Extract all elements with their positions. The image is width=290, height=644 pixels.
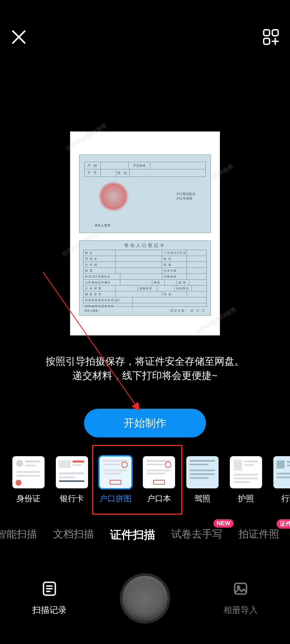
- field-cell: 宗教信仰: [162, 274, 187, 279]
- doc-type-bankcard[interactable]: 银行卡: [56, 456, 88, 504]
- svg-rect-4: [264, 38, 270, 44]
- mode-tab-smart[interactable]: 智能扫描: [0, 527, 37, 542]
- field-cell: 民 族: [162, 262, 187, 268]
- field-cell: [115, 250, 162, 256]
- field-cell: [133, 303, 206, 309]
- field-cell: 文 化 程 度: [84, 286, 115, 291]
- field-cell: [133, 297, 206, 303]
- field-cell: [187, 268, 206, 273]
- field-cell: [192, 286, 206, 291]
- gallery-icon: [233, 581, 249, 598]
- field-cell: 职 业: [162, 291, 187, 297]
- field-label: 户主姓名: [129, 162, 150, 169]
- field-cell: 公民身份证件编号: [84, 280, 120, 285]
- mode-tab-doc[interactable]: 文档扫描: [53, 527, 94, 542]
- field-cell: [115, 262, 162, 268]
- shutter-button[interactable]: [120, 573, 170, 624]
- svg-point-13: [237, 586, 240, 588]
- field-cell: [187, 274, 206, 279]
- field-cell: 户主或与户主关系: [162, 250, 187, 256]
- svg-rect-2: [264, 30, 270, 36]
- doc-type-idcard[interactable]: 身份证: [12, 456, 45, 504]
- doc-type-label: 户口本: [147, 493, 171, 504]
- doc-type-thumb: [143, 456, 175, 488]
- field-cell: [115, 256, 162, 262]
- scanner-screen: 仅供XX办理XX使用 仅供XX办理XX使用 仅供XX办理XX使用 仅供XX办理X…: [0, 0, 290, 644]
- field-cell: 籍 贯: [84, 268, 115, 273]
- field-cell: 姓 名: [84, 250, 115, 256]
- field-cell: [115, 286, 137, 291]
- field-cell: [189, 280, 206, 285]
- mode-tab-photo[interactable]: 拍证件照证件: [238, 527, 279, 542]
- field-cell: [157, 286, 175, 291]
- svg-rect-12: [235, 583, 247, 594]
- preview-area: 仅供XX办理XX使用 仅供XX办理XX使用 仅供XX办理XX使用 仅供XX办理X…: [0, 56, 290, 437]
- field-label: 住 址: [116, 169, 130, 177]
- field-cell: 出 生 地: [84, 262, 115, 268]
- doc-type-label: 护照: [238, 493, 254, 504]
- scan-history-button[interactable]: 扫描记录: [32, 581, 67, 616]
- document-preview: 仅供XX办理XX使用 仅供XX办理XX使用 仅供XX办理XX使用 仅供XX办理X…: [70, 131, 220, 335]
- field-cell: [187, 262, 206, 268]
- doc-type-label: 身份证: [16, 493, 41, 504]
- field-cell: [115, 291, 162, 297]
- field-label: 户 别: [85, 162, 101, 169]
- close-icon[interactable]: [11, 29, 27, 46]
- svg-rect-3: [272, 30, 278, 36]
- field-cell: [120, 274, 162, 279]
- doc-type-hukou[interactable]: 户口本: [143, 456, 175, 504]
- watermark: 仅供XX办理XX使用: [64, 122, 107, 153]
- mode-tab-exam[interactable]: 试卷去手写NEW: [171, 527, 222, 542]
- doc-type-thumb: [230, 456, 262, 488]
- doc-type-thumb: [186, 456, 219, 488]
- grid-add-icon[interactable]: [263, 29, 279, 46]
- field-cell: 性 别: [162, 256, 187, 262]
- badge: NEW: [213, 519, 234, 528]
- doc-type-label: 驾照: [194, 493, 211, 504]
- doc-type-strip[interactable]: 身份证银行卡户口拼图户口本驾照护照行驶: [0, 456, 290, 513]
- red-seal: [99, 182, 128, 211]
- hint-text: 按照引导拍摄保存，将证件安全存储至网盘。 递交材料，线下打印将会更便捷~: [35, 354, 255, 383]
- hukou-bottom-card: 常住人口登记卡 姓 名户主或与户主关系曾 用 名性 别出 生 地民 族籍 贯出生…: [79, 240, 211, 316]
- doc-type-passport[interactable]: 护照: [230, 456, 262, 504]
- badge: 证件: [277, 519, 290, 529]
- mode-tab-cert[interactable]: 证件扫描: [110, 527, 155, 542]
- list-icon: [41, 581, 57, 598]
- scan-mode-tabs[interactable]: 智能扫描文档扫描证件扫描试卷去手写NEW拍证件照证件: [0, 523, 290, 547]
- field-cell: 出生日期: [162, 268, 187, 273]
- import-from-album-button[interactable]: 相册导入: [223, 581, 258, 616]
- status-bar: [0, 0, 290, 19]
- field-cell: [120, 280, 152, 285]
- doc-type-driver[interactable]: 驾照: [186, 456, 219, 504]
- doc-type-thumb: [56, 456, 88, 488]
- field-cell: 何时由何址迁来本址: [84, 303, 133, 309]
- field-cell: 兵役状况: [175, 286, 192, 291]
- field-cell: 服 务 处 所: [84, 291, 115, 297]
- authority-label: 户口登记机关 户口专用章: [176, 192, 195, 201]
- doc-type-vehicle[interactable]: 行驶: [273, 456, 290, 504]
- doc-type-thumb: [12, 456, 45, 488]
- field-cell: [187, 250, 206, 256]
- card-title: 常住人口登记卡: [79, 241, 211, 250]
- doc-type-label: 户口拼图: [99, 493, 132, 504]
- field-cell: 曾 用 名: [84, 256, 115, 262]
- doc-type-label: 银行卡: [60, 493, 84, 504]
- doc-type-label: 行驶: [281, 493, 290, 504]
- foot-right: 登记日期： 年 月 日: [170, 309, 206, 313]
- hukou-top-card: 户 别 户主姓名 户 号 住 址 户口登记机关 户口专用章 承办人签章: [79, 155, 211, 233]
- doc-type-hukou-collage[interactable]: 户口拼图: [99, 456, 132, 504]
- foot-left: 承办人签章：: [84, 309, 100, 313]
- field-cell: [115, 268, 162, 273]
- field-label: 户 号: [85, 169, 101, 177]
- field-cell: 身高: [152, 280, 165, 285]
- sign-label: 承办人签章: [95, 223, 111, 228]
- field-cell: 本市(县)其他住址: [84, 274, 120, 279]
- bottom-bar: 扫描记录 相册导入: [0, 564, 290, 644]
- field-cell: 血 型: [177, 280, 189, 285]
- field-cell: 何时由何地迁来本市(县): [84, 297, 133, 303]
- start-button[interactable]: 开始制作: [84, 409, 206, 437]
- field-cell: [187, 256, 206, 262]
- doc-type-thumb: [99, 456, 132, 488]
- field-cell: 婚姻状况: [138, 286, 157, 291]
- doc-type-thumb: [273, 456, 290, 488]
